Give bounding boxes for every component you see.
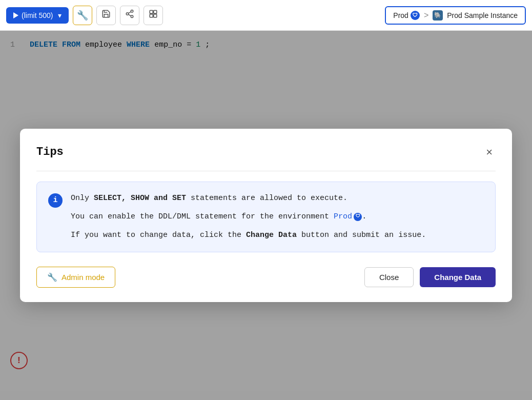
- dropdown-arrow: ▾: [58, 11, 62, 19]
- info-box: i Only SELECT, SHOW and SET statements a…: [36, 182, 496, 252]
- info-p2-prefix: You can enable the DDL/DML statement for…: [71, 212, 329, 221]
- save-icon: [101, 9, 111, 21]
- change-data-button[interactable]: Change Data: [420, 267, 496, 287]
- svg-rect-6: [154, 10, 157, 13]
- toolbar: (limit 500) ▾ 🔧: [0, 0, 532, 31]
- svg-rect-8: [154, 14, 157, 17]
- breadcrumb-separator: >: [424, 11, 428, 20]
- modal-header: Tips ×: [36, 143, 496, 161]
- modal-close-button[interactable]: ×: [483, 146, 496, 159]
- svg-line-4: [129, 12, 131, 13]
- prod-shield-icon: 🛡: [411, 11, 420, 20]
- save-button[interactable]: [96, 6, 116, 25]
- svg-rect-5: [150, 10, 153, 13]
- share-icon: [125, 9, 134, 21]
- close-button[interactable]: Close: [364, 267, 414, 287]
- svg-point-0: [131, 10, 134, 13]
- svg-point-2: [131, 15, 134, 18]
- share-button[interactable]: [120, 6, 139, 25]
- prod-text: Prod: [393, 11, 408, 19]
- admin-mode-button[interactable]: 🔧 Admin mode: [36, 267, 115, 288]
- info-p1-suffix: statements are allowed to execute.: [186, 194, 347, 203]
- run-button[interactable]: (limit 500) ▾: [6, 7, 69, 24]
- translate-button[interactable]: [144, 6, 163, 25]
- info-text: Only SELECT, SHOW and SET statements are…: [71, 192, 426, 242]
- info-icon: i: [48, 193, 63, 208]
- info-paragraph-2: You can enable the DDL/DML statement for…: [71, 211, 426, 223]
- info-p1-bold: SELECT, SHOW and SET: [94, 194, 186, 203]
- svg-rect-7: [150, 14, 153, 17]
- wrench-button[interactable]: 🔧: [73, 6, 92, 25]
- info-paragraph-1: Only SELECT, SHOW and SET statements are…: [71, 192, 426, 205]
- play-icon: [13, 12, 18, 18]
- info-p3-suffix: button and submit an issue.: [297, 231, 426, 239]
- info-p2-suffix: .: [362, 212, 366, 221]
- modal-divider: [36, 171, 496, 171]
- wrench-icon: 🔧: [77, 10, 88, 21]
- admin-mode-label: Admin mode: [62, 273, 105, 282]
- run-label: (limit 500): [22, 11, 53, 19]
- translate-icon: [149, 9, 158, 21]
- breadcrumb[interactable]: Prod 🛡 > 🐘 Prod Sample Instance: [385, 6, 526, 25]
- modal-footer: 🔧 Admin mode Close Change Data: [36, 267, 496, 288]
- info-p1-prefix: Only: [71, 194, 94, 203]
- info-p3-prefix: If you want to change data, click the: [71, 231, 246, 239]
- info-p3-bold: Change Data: [246, 231, 297, 239]
- postgres-icon: 🐘: [433, 10, 443, 21]
- admin-wrench-icon: 🔧: [47, 272, 57, 282]
- instance-label: Prod Sample Instance: [447, 11, 518, 19]
- footer-right-buttons: Close Change Data: [364, 267, 496, 287]
- modal-title: Tips: [36, 143, 64, 161]
- editor-area[interactable]: 1 DELETE FROM employee WHERE emp_no = 1 …: [0, 31, 532, 400]
- prod-label: Prod 🛡: [393, 11, 420, 20]
- svg-line-3: [129, 14, 131, 16]
- modal-overlay: Tips × i Only SELECT, SHOW and SET state…: [0, 31, 532, 400]
- prod-environment-link[interactable]: Prod 🛡: [334, 211, 362, 223]
- tips-modal: Tips × i Only SELECT, SHOW and SET state…: [20, 129, 512, 302]
- prod-link-shield-icon: 🛡: [354, 213, 362, 221]
- info-paragraph-3: If you want to change data, click the Ch…: [71, 229, 426, 242]
- svg-point-1: [127, 13, 129, 15]
- prod-link-text: Prod: [334, 211, 352, 223]
